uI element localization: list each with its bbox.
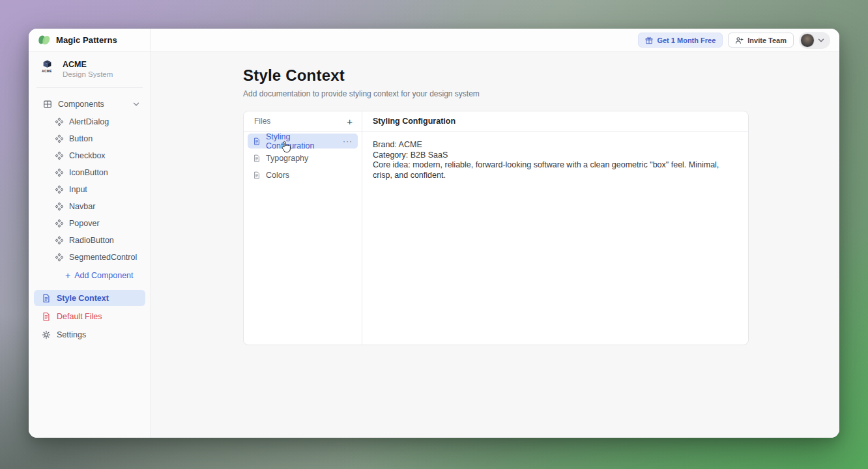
app-logo-label: Magic Patterns [56, 35, 117, 45]
invite-button-label: Invite Team [747, 36, 787, 44]
component-label: Navbar [69, 202, 95, 211]
component-label: RadioButton [69, 236, 114, 245]
document-icon [253, 137, 261, 145]
invite-team-button[interactable]: Invite Team [728, 33, 794, 48]
sidebar-item-default-files[interactable]: Default Files [34, 308, 145, 324]
file-detail-panel: Styling Configuration Brand: ACME Catego… [362, 111, 748, 345]
page-subtitle: Add documentation to provide styling con… [243, 89, 480, 98]
sidebar-item-input[interactable]: Input [29, 181, 151, 198]
desktop-background: { "brand": { "name": "Magic Patterns" },… [0, 0, 868, 469]
component-label: Popover [69, 219, 100, 228]
get-month-free-button[interactable]: Get 1 Month Free [638, 33, 723, 48]
file-content[interactable]: Brand: ACME Category: B2B SaaS Core idea… [362, 132, 748, 189]
add-component-label: Add Component [74, 271, 133, 280]
sidebar-item-iconbutton[interactable]: IconButton [29, 164, 151, 181]
sidebar-item-checkbox[interactable]: Checkbox [29, 147, 151, 164]
component-icon [55, 236, 64, 245]
sidebar-item-settings[interactable]: Settings [34, 326, 145, 343]
component-icon [55, 202, 64, 211]
component-icon [55, 185, 64, 194]
component-icon [55, 219, 64, 228]
component-icon [55, 253, 64, 262]
org-avatar: ACME [38, 60, 56, 73]
component-label: Checkbox [69, 151, 106, 160]
sidebar-item-style-context[interactable]: Style Context [34, 290, 145, 306]
plus-icon: + [65, 271, 70, 280]
components-section-label: Components [58, 100, 104, 109]
document-icon [253, 154, 261, 162]
chevron-down-icon [132, 100, 140, 108]
sidebar: Magic Patterns ACME ACME Design System C… [29, 29, 151, 438]
person-plus-icon [735, 36, 744, 44]
default-files-label: Default Files [57, 312, 102, 321]
detail-line-category: Category: B2B SaaS [373, 150, 738, 161]
org-avatar-label: ACME [42, 69, 52, 73]
detail-line-core-idea: Core idea: modern, reliable, forward-loo… [373, 160, 738, 180]
document-icon [253, 171, 261, 179]
sidebar-divider [36, 87, 143, 88]
component-icon [55, 117, 64, 126]
chevron-down-icon [817, 36, 825, 44]
component-label: Button [69, 134, 93, 143]
gear-icon [42, 330, 51, 339]
page-title: Style Context [243, 66, 345, 85]
component-label: SegmentedControl [69, 253, 137, 262]
org-subtitle: Design System [63, 70, 113, 78]
document-icon [42, 294, 51, 303]
topbar: Get 1 Month Free Invite Team [151, 29, 839, 52]
files-panel: Files + Styling Configuration ··· Typogr… [244, 111, 362, 345]
app-logo[interactable]: Magic Patterns [29, 29, 151, 52]
file-row-styling-configuration[interactable]: Styling Configuration ··· [248, 134, 358, 149]
app-window: Magic Patterns ACME ACME Design System C… [29, 29, 839, 438]
file-label: Colors [266, 171, 353, 180]
sidebar-section-components[interactable]: Components [34, 96, 145, 112]
grid-icon [43, 100, 52, 109]
document-icon [42, 312, 51, 321]
file-row-colors[interactable]: Colors [248, 167, 358, 182]
style-context-label: Style Context [57, 294, 109, 303]
file-row-typography[interactable]: Typography [248, 150, 358, 165]
component-label: IconButton [69, 168, 108, 177]
files-header-label: Files [254, 117, 270, 126]
component-icon [55, 134, 64, 143]
sidebar-item-alertdialog[interactable]: AlertDialog [29, 113, 151, 130]
style-context-card: Files + Styling Configuration ··· Typogr… [243, 111, 749, 345]
add-component-button[interactable]: + Add Component [29, 267, 151, 284]
main-content: Style Context Add documentation to provi… [151, 52, 839, 438]
acme-cube-icon [42, 60, 52, 68]
file-more-button[interactable]: ··· [343, 137, 353, 146]
component-label: AlertDialog [69, 117, 109, 126]
sidebar-item-popover[interactable]: Popover [29, 215, 151, 232]
sidebar-item-button[interactable]: Button [29, 130, 151, 147]
org-name: ACME [63, 60, 113, 69]
component-label: Input [69, 185, 87, 194]
file-label: Typography [266, 154, 353, 163]
avatar [800, 33, 815, 48]
account-menu[interactable] [799, 32, 830, 49]
files-panel-header: Files + [244, 111, 362, 132]
sidebar-item-radiobutton[interactable]: RadioButton [29, 232, 151, 249]
sidebar-item-navbar[interactable]: Navbar [29, 198, 151, 215]
add-file-button[interactable]: + [347, 117, 353, 126]
file-label: Styling Configuration [266, 132, 338, 150]
detail-line-brand: Brand: ACME [373, 140, 738, 150]
component-icon [55, 151, 64, 160]
org-switcher[interactable]: ACME ACME Design System [29, 52, 151, 83]
component-icon [55, 168, 64, 177]
magic-patterns-logo-icon [37, 34, 51, 47]
sidebar-item-segmentedcontrol[interactable]: SegmentedControl [29, 249, 151, 266]
detail-panel-title: Styling Configuration [362, 111, 748, 132]
gift-icon [645, 36, 653, 44]
promo-button-label: Get 1 Month Free [657, 36, 716, 44]
settings-label: Settings [57, 330, 86, 339]
